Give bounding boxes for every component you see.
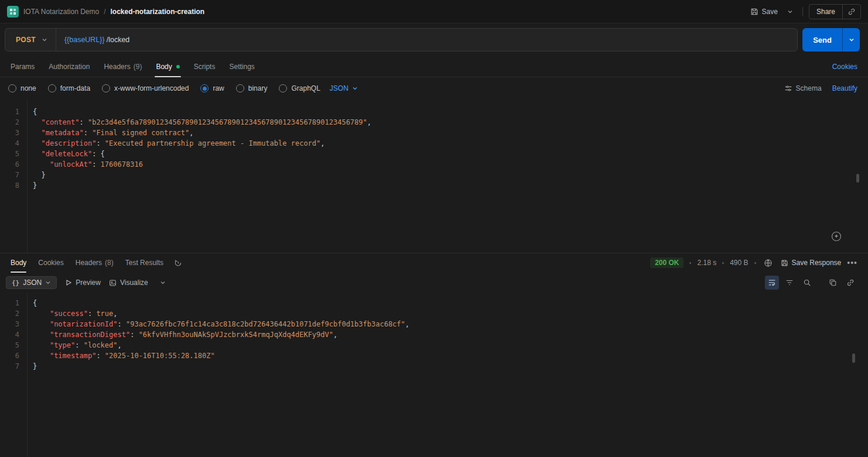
response-tabs: Body Cookies Headers (8) Test Results 20… xyxy=(0,253,868,272)
tab-headers-count: (9) xyxy=(134,63,142,71)
visualize-label: Visualize xyxy=(120,279,148,287)
beautify-button[interactable]: Beautify xyxy=(832,84,857,92)
bodytype-urlencoded[interactable]: x-www-form-urlencoded xyxy=(102,84,189,92)
response-tab-test-results[interactable]: Test Results xyxy=(119,253,169,272)
iota-logo-glyph xyxy=(9,8,16,15)
bodytype-graphql[interactable]: GraphQL xyxy=(279,84,320,92)
save-label: Save xyxy=(762,8,778,16)
save-options-button[interactable] xyxy=(784,5,797,18)
network-info-button[interactable] xyxy=(762,256,775,269)
share-button[interactable]: Share xyxy=(809,5,842,19)
visualize-options-button[interactable] xyxy=(156,276,169,289)
save-response-icon xyxy=(781,259,788,267)
postbot-icon[interactable] xyxy=(831,231,842,242)
request-tabs: Params Authorization Headers (9) Body Sc… xyxy=(0,56,868,77)
iota-logo[interactable] xyxy=(7,6,19,18)
radio-selected-icon xyxy=(200,84,209,92)
save-response-button[interactable]: Save Response xyxy=(781,259,842,267)
url-path: /locked xyxy=(107,36,130,44)
response-link-button[interactable] xyxy=(843,276,857,290)
chevron-down-icon xyxy=(45,280,51,286)
response-size[interactable]: 490 B xyxy=(730,259,748,267)
send-options-button[interactable] xyxy=(842,28,860,51)
url-variable: {{baseURL}} xyxy=(64,36,105,44)
bodytype-urlencoded-label: x-www-form-urlencoded xyxy=(114,84,189,92)
share-group: Share xyxy=(809,4,861,19)
schema-button[interactable]: Schema xyxy=(784,84,822,92)
tab-body[interactable]: Body xyxy=(149,56,186,77)
bodytype-form-data[interactable]: form-data xyxy=(48,84,90,92)
wrap-text-icon xyxy=(768,279,776,287)
chevron-down-icon xyxy=(352,85,358,91)
search-icon xyxy=(803,279,811,287)
response-format-selector[interactable]: {} JSON xyxy=(6,276,57,289)
meta-separator-dot xyxy=(722,262,724,264)
body-type-row: none form-data x-www-form-urlencoded raw… xyxy=(0,77,868,99)
response-tab-cookies[interactable]: Cookies xyxy=(32,253,69,272)
tab-body-label: Body xyxy=(156,63,172,71)
send-button[interactable]: Send xyxy=(802,28,842,51)
response-meta: 200 OK 2.18 s 490 B Save Response ••• xyxy=(650,253,863,272)
radio-icon xyxy=(8,84,16,92)
bodytype-none[interactable]: none xyxy=(8,84,36,92)
tab-params[interactable]: Params xyxy=(4,56,42,77)
response-toolbar: {} JSON Preview Visualize xyxy=(0,272,868,293)
response-tab-headers-count: (8) xyxy=(105,259,114,267)
url-input[interactable]: {{baseURL}} /locked xyxy=(56,36,797,44)
preview-button[interactable]: Preview xyxy=(65,279,101,287)
response-tab-headers[interactable]: Headers (8) xyxy=(70,253,119,272)
tab-headers[interactable]: Headers (9) xyxy=(97,56,149,77)
braces-icon: {} xyxy=(12,279,19,287)
copy-icon xyxy=(829,279,837,287)
request-url-row: POST {{baseURL}} /locked Send xyxy=(0,23,868,56)
chevron-down-icon xyxy=(849,37,855,43)
request-body-editor[interactable]: 1{2 "content": "b2c3d4e5f6a7890123456789… xyxy=(0,99,868,253)
response-body-viewer[interactable]: 1{2 "success": true,3 "notarizationId": … xyxy=(0,293,868,457)
workspace-name[interactable]: IOTA Notarization Demo xyxy=(23,8,99,16)
method-selector[interactable]: POST xyxy=(5,29,56,51)
bodytype-binary[interactable]: binary xyxy=(236,84,268,92)
response-format-label: JSON xyxy=(23,279,42,287)
meta-separator-dot xyxy=(754,262,756,264)
copy-button[interactable] xyxy=(826,276,840,290)
tab-settings[interactable]: Settings xyxy=(222,56,261,77)
response-more-button[interactable]: ••• xyxy=(847,258,857,267)
link-icon xyxy=(848,8,856,16)
method-url-field: POST {{baseURL}} /locked xyxy=(5,28,798,51)
history-icon xyxy=(174,259,182,267)
topbar-actions: Save Share xyxy=(750,4,861,19)
chevron-down-icon xyxy=(787,9,793,15)
bodytype-form-data-label: form-data xyxy=(60,84,90,92)
response-history-button[interactable] xyxy=(172,256,184,269)
radio-icon xyxy=(236,84,244,92)
visualize-button[interactable]: Visualize xyxy=(109,279,148,287)
response-tool-icons xyxy=(765,276,862,290)
bodytype-graphql-label: GraphQL xyxy=(291,84,320,92)
filter-button[interactable] xyxy=(782,276,797,290)
cookies-link[interactable]: Cookies xyxy=(825,56,864,77)
request-name[interactable]: locked-notarization-creation xyxy=(111,8,205,16)
method-label: POST xyxy=(16,36,36,44)
bodytype-raw-label: raw xyxy=(213,84,224,92)
save-button[interactable]: Save xyxy=(750,8,778,16)
search-button[interactable] xyxy=(800,276,814,290)
bodytype-raw[interactable]: raw xyxy=(200,84,224,92)
response-time[interactable]: 2.18 s xyxy=(697,259,716,267)
language-selector[interactable]: JSON xyxy=(330,84,358,92)
language-label: JSON xyxy=(330,84,348,92)
tab-authorization[interactable]: Authorization xyxy=(42,56,97,77)
status-badge[interactable]: 200 OK xyxy=(650,257,684,268)
topbar: IOTA Notarization Demo / locked-notariza… xyxy=(0,0,868,23)
request-editor-scrollbar[interactable] xyxy=(856,174,859,183)
bodytype-binary-label: binary xyxy=(248,84,268,92)
response-tab-body[interactable]: Body xyxy=(5,253,32,272)
wrap-text-button[interactable] xyxy=(765,276,779,290)
radio-icon xyxy=(48,84,56,92)
bodytype-none-label: none xyxy=(20,84,36,92)
tab-headers-label: Headers xyxy=(104,63,130,71)
tab-scripts[interactable]: Scripts xyxy=(187,56,223,77)
chevron-down-icon xyxy=(160,280,166,286)
meta-separator-dot xyxy=(689,262,691,264)
copy-link-button[interactable] xyxy=(843,5,860,19)
response-editor-scrollbar[interactable] xyxy=(852,353,855,363)
